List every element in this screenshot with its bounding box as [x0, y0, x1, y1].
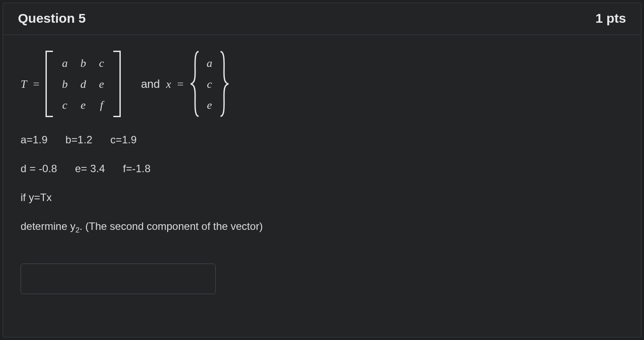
matrix-T: a b c b d e c e f	[46, 51, 121, 117]
value-d: d = -0.8	[21, 163, 57, 174]
vector-column: a c e	[201, 51, 218, 117]
value-b: b=1.2	[66, 134, 93, 146]
vector-cell: c	[207, 76, 212, 93]
determine-text-pre: determine y	[21, 220, 75, 232]
question-title: Question 5	[18, 11, 86, 26]
var-T: T	[21, 76, 27, 93]
answer-input[interactable]	[21, 264, 216, 294]
line-determine: determine y2. (The second component of t…	[21, 219, 623, 236]
matrix-cell: b	[62, 76, 68, 93]
determine-text-post: . (The second component of the vector)	[80, 220, 263, 232]
line-if: if y=Tx	[21, 190, 623, 205]
matrix-grid: a b c b d e c e f	[53, 51, 113, 117]
equals-sign: =	[177, 76, 184, 93]
bracket-right-icon	[113, 51, 121, 117]
value-e: e= 3.4	[75, 163, 105, 174]
matrix-cell: d	[80, 76, 86, 93]
matrix-cell: c	[62, 97, 67, 114]
question-points: 1 pts	[595, 11, 626, 26]
bracket-left-icon	[46, 51, 53, 117]
matrix-cell: f	[100, 97, 103, 114]
values-row-1: a=1.9 b=1.2 c=1.9	[21, 132, 623, 148]
matrix-cell: e	[80, 97, 86, 114]
value-c: c=1.9	[110, 134, 136, 146]
question-body: T = a b c b d e c e f and x	[3, 35, 641, 307]
matrix-cell: b	[80, 55, 86, 72]
and-label: and	[141, 76, 160, 93]
question-card: Question 5 1 pts T = a b c b d e c e f	[3, 3, 641, 337]
brace-right-icon	[218, 51, 229, 117]
matrix-cell: c	[99, 55, 104, 72]
question-header: Question 5 1 pts	[3, 3, 641, 35]
vector-cell: e	[207, 97, 212, 114]
values-row-2: d = -0.8 e= 3.4 f=-1.8	[21, 161, 623, 177]
value-a: a=1.9	[21, 134, 48, 146]
equation-row: T = a b c b d e c e f and x	[21, 51, 623, 117]
value-f: f=-1.8	[123, 163, 150, 174]
matrix-cell: a	[62, 55, 68, 72]
brace-left-icon	[190, 51, 201, 117]
vector-cell: a	[206, 55, 212, 72]
var-x: x	[166, 76, 172, 93]
vector-x: a c e	[190, 51, 229, 117]
matrix-cell: e	[99, 76, 104, 93]
subscript-2: 2	[75, 226, 79, 234]
equals-sign: =	[33, 76, 39, 93]
